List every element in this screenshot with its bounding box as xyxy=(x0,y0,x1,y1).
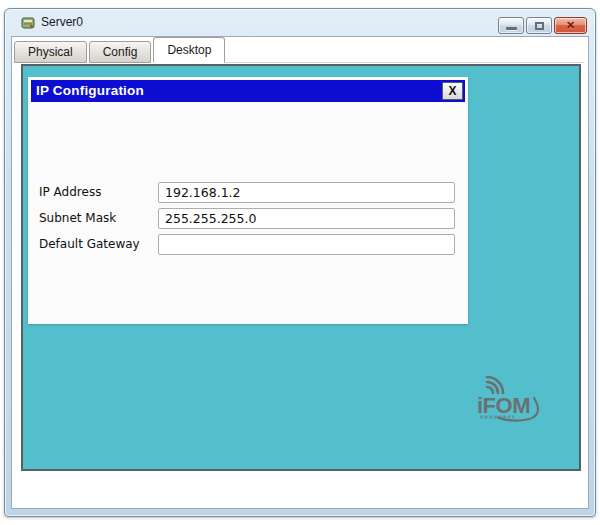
window-title: Server0 xyxy=(41,15,83,29)
ip-address-row: IP Address xyxy=(39,181,455,203)
tab-desktop[interactable]: Desktop xyxy=(153,37,225,63)
default-gateway-label: Default Gateway xyxy=(39,237,158,251)
default-gateway-input[interactable] xyxy=(158,234,455,255)
dialog-title: IP Configuration xyxy=(36,80,144,102)
tab-pane-edge xyxy=(212,62,584,63)
ip-configuration-dialog: IP Configuration X IP Address Subnet Mas… xyxy=(28,77,468,324)
subnet-mask-label: Subnet Mask xyxy=(39,211,158,225)
close-icon: ✕ xyxy=(566,20,575,31)
subnet-mask-row: Subnet Mask xyxy=(39,207,455,229)
logo-text: iFOM xyxy=(477,393,530,418)
desktop-panel: IP Configuration X IP Address Subnet Mas… xyxy=(21,64,581,471)
wifi-signal-icon xyxy=(487,377,503,393)
tab-label: Desktop xyxy=(167,43,211,57)
subnet-mask-input[interactable] xyxy=(158,208,455,229)
close-button[interactable]: ✕ xyxy=(554,17,587,34)
window-titlebar: Server0 ✕ xyxy=(5,9,595,36)
ip-address-input[interactable] xyxy=(158,182,455,203)
tab-label: Config xyxy=(103,45,138,59)
ifom-logo: iFOM xyxy=(474,366,558,424)
server-window: Server0 ✕ Physical Config Desktop xyxy=(4,8,596,517)
dialog-close-button[interactable]: X xyxy=(442,82,463,100)
close-icon: X xyxy=(448,84,456,98)
maximize-button[interactable] xyxy=(526,17,552,34)
window-body: Physical Config Desktop IP Configuration… xyxy=(11,36,589,509)
tab-bar: Physical Config Desktop xyxy=(14,37,586,63)
server-icon xyxy=(21,16,35,30)
maximize-icon xyxy=(535,22,544,30)
minimize-icon xyxy=(506,27,517,30)
dialog-titlebar: IP Configuration X xyxy=(31,80,465,102)
ip-address-label: IP Address xyxy=(39,185,158,199)
tab-config[interactable]: Config xyxy=(89,41,152,63)
tab-physical[interactable]: Physical xyxy=(14,41,87,63)
default-gateway-row: Default Gateway xyxy=(39,233,455,255)
tab-label: Physical xyxy=(28,45,73,59)
window-controls: ✕ xyxy=(498,17,587,34)
minimize-button[interactable] xyxy=(498,17,524,34)
